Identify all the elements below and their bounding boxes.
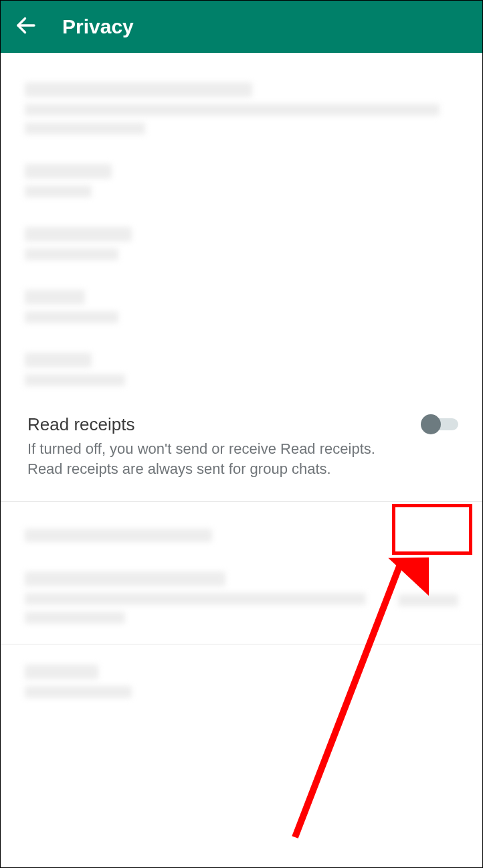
setting-item-blurred[interactable] xyxy=(1,280,482,343)
setting-item-blurred[interactable] xyxy=(1,155,482,218)
toggle-thumb xyxy=(421,414,441,434)
setting-item-blurred[interactable] xyxy=(1,562,482,644)
read-receipts-text: Read receipts If turned off, you won't s… xyxy=(27,414,421,479)
read-receipts-row[interactable]: Read receipts If turned off, you won't s… xyxy=(1,406,482,501)
setting-item-blurred[interactable] xyxy=(1,644,482,718)
setting-item-blurred[interactable] xyxy=(1,502,482,562)
read-receipts-toggle[interactable] xyxy=(421,414,458,434)
read-receipts-title: Read receipts xyxy=(27,414,401,435)
back-button[interactable] xyxy=(14,13,38,40)
arrow-left-icon xyxy=(14,13,38,37)
setting-item-blurred[interactable] xyxy=(1,218,482,280)
page-title: Privacy xyxy=(62,15,134,38)
read-receipts-description: If turned off, you won't send or receive… xyxy=(27,439,375,479)
setting-item-blurred[interactable] xyxy=(1,343,482,406)
app-bar: Privacy xyxy=(1,1,482,53)
setting-item-blurred[interactable] xyxy=(1,73,482,155)
settings-list: Read receipts If turned off, you won't s… xyxy=(1,53,482,718)
